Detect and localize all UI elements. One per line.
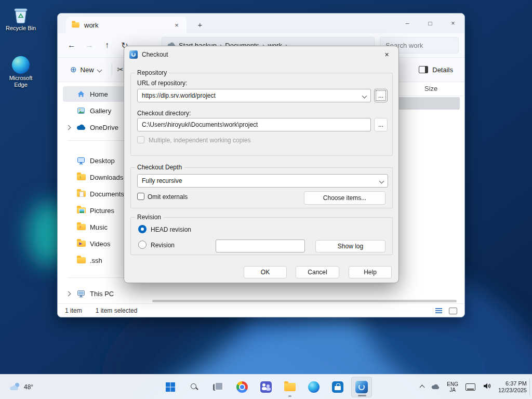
cancel-label: Cancel bbox=[308, 269, 327, 276]
ok-button[interactable]: OK bbox=[244, 266, 287, 278]
checkout-depth-group-label: Checkout Depth bbox=[135, 164, 184, 171]
language-primary: ENG bbox=[447, 381, 458, 387]
cut-icon[interactable]: ✂ bbox=[117, 65, 124, 74]
browse-url-button[interactable]: ... bbox=[374, 89, 388, 102]
dialog-close-button[interactable]: × bbox=[375, 46, 398, 62]
repository-url-value: https://dlp.srv.world/project bbox=[142, 92, 216, 99]
taskbar: 48° ENG JA 6:37 PM 12/23/2025 bbox=[0, 374, 532, 399]
language-indicator[interactable]: ENG JA bbox=[447, 381, 458, 393]
search-icon bbox=[190, 383, 198, 391]
checkout-depth-group: Checkout Depth Fully recursive Omit exte… bbox=[130, 167, 393, 208]
multiple-working-copies-checkbox bbox=[137, 136, 144, 143]
store-taskbar-button[interactable] bbox=[327, 377, 348, 397]
show-log-button[interactable]: Show log bbox=[315, 240, 385, 252]
folder-icon bbox=[72, 22, 79, 28]
tab-close-icon[interactable]: × bbox=[172, 21, 181, 29]
taskbar-clock[interactable]: 6:37 PM 12/23/2025 bbox=[498, 380, 527, 394]
revision-group: Revision HEAD revision Revision Show log bbox=[130, 217, 393, 255]
clock-date: 12/23/2025 bbox=[498, 387, 527, 394]
tab-title: work bbox=[84, 21, 98, 29]
item-count: 1 item bbox=[65, 307, 82, 314]
revision-number-input[interactable] bbox=[216, 240, 305, 252]
cancel-button[interactable]: Cancel bbox=[296, 266, 339, 278]
teams-taskbar-button[interactable] bbox=[256, 377, 276, 397]
weather-widget[interactable]: 48° bbox=[4, 380, 37, 395]
help-button[interactable]: Help bbox=[349, 266, 392, 278]
videos-folder-icon: ▶ bbox=[76, 241, 86, 247]
new-button-label: New bbox=[81, 66, 94, 74]
downloads-folder-icon: ↓ bbox=[76, 174, 86, 180]
list-view-button[interactable] bbox=[434, 307, 444, 315]
chevron-right-icon[interactable] bbox=[66, 291, 71, 297]
chevron-right-icon[interactable] bbox=[66, 125, 71, 130]
touch-keyboard-icon[interactable] bbox=[466, 383, 475, 391]
teams-icon bbox=[260, 381, 272, 393]
tab-bar: work × + – □ × bbox=[58, 14, 464, 33]
explorer-tab[interactable]: work × bbox=[66, 17, 187, 33]
recycle-bin-shortcut[interactable]: Recycle Bin bbox=[2, 6, 39, 32]
dialog-title-bar[interactable]: Checkout bbox=[124, 46, 398, 63]
edge-icon bbox=[2, 56, 39, 74]
new-button[interactable]: ⊕ New bbox=[65, 62, 107, 77]
task-view-button[interactable] bbox=[208, 377, 229, 397]
repository-url-combobox[interactable]: https://dlp.srv.world/project bbox=[137, 89, 371, 102]
maximize-button[interactable]: □ bbox=[419, 14, 442, 33]
selected-count: 1 item selected bbox=[96, 307, 138, 314]
show-log-label: Show log bbox=[338, 243, 363, 250]
revision-radio[interactable] bbox=[138, 241, 147, 249]
checkout-directory-input[interactable]: C:\Users\hiroyuki\Documents\work\project bbox=[137, 118, 371, 131]
revision-group-label: Revision bbox=[135, 214, 163, 221]
chevron-down-icon[interactable] bbox=[379, 178, 384, 183]
volume-icon[interactable] bbox=[483, 382, 491, 392]
new-tab-button[interactable]: + bbox=[194, 19, 206, 31]
choose-items-button[interactable]: Choose items... bbox=[304, 191, 385, 205]
task-view-icon bbox=[213, 382, 223, 392]
file-explorer-taskbar-button[interactable] bbox=[280, 377, 300, 397]
column-header-size[interactable]: Size bbox=[424, 85, 437, 92]
chevron-down-icon[interactable] bbox=[362, 93, 367, 98]
browse-directory-button[interactable]: ... bbox=[374, 118, 388, 131]
documents-folder-icon bbox=[76, 191, 86, 197]
folder-icon bbox=[76, 257, 86, 263]
plus-circle-icon: ⊕ bbox=[70, 65, 77, 74]
omit-externals-checkbox[interactable] bbox=[137, 193, 144, 200]
head-revision-radio[interactable] bbox=[138, 225, 147, 233]
url-of-repository-label: URL of repository: bbox=[137, 79, 187, 87]
tray-cloud-icon[interactable] bbox=[431, 382, 440, 392]
tortoisesvn-taskbar-button[interactable] bbox=[351, 377, 372, 397]
sidebar-item-this-pc[interactable]: This PC bbox=[63, 286, 145, 301]
chrome-taskbar-button[interactable] bbox=[232, 377, 252, 397]
clock-time: 6:37 PM bbox=[498, 380, 527, 387]
forward-button[interactable]: → bbox=[81, 41, 98, 50]
details-pane-button[interactable]: Details bbox=[415, 63, 457, 77]
details-label: Details bbox=[432, 66, 453, 74]
repository-group-label: Repository bbox=[135, 69, 169, 76]
minimize-button[interactable]: – bbox=[396, 14, 419, 33]
up-button[interactable]: ↑ bbox=[98, 41, 116, 50]
microsoft-edge-shortcut[interactable]: Microsoft Edge bbox=[2, 56, 39, 88]
weather-temp: 48° bbox=[24, 383, 33, 391]
taskbar-search-button[interactable] bbox=[184, 377, 205, 397]
close-button[interactable]: × bbox=[442, 14, 464, 33]
revision-label: Revision bbox=[151, 242, 175, 249]
tray-overflow-chevron-icon[interactable] bbox=[420, 384, 425, 390]
sidebar-item-label: Videos bbox=[90, 240, 111, 248]
onedrive-icon bbox=[76, 124, 86, 130]
edge-taskbar-button[interactable] bbox=[303, 377, 324, 397]
back-button[interactable]: ← bbox=[63, 41, 81, 50]
show-desktop-button[interactable] bbox=[529, 379, 532, 395]
tortoisesvn-icon bbox=[355, 381, 368, 393]
depth-selected-value: Fully recursive bbox=[142, 177, 182, 184]
details-view-button[interactable] bbox=[449, 308, 457, 314]
start-button[interactable] bbox=[160, 377, 181, 397]
horizontal-scrollbar[interactable] bbox=[152, 300, 457, 302]
window-controls: – □ × bbox=[396, 14, 464, 33]
weather-icon bbox=[8, 382, 21, 393]
desktop-icon-label: Recycle Bin bbox=[2, 25, 39, 32]
sidebar-item-label: .ssh bbox=[90, 257, 102, 264]
sidebar-item-label: Pictures bbox=[90, 207, 114, 215]
depth-dropdown[interactable]: Fully recursive bbox=[137, 174, 388, 188]
repository-group: Repository URL of repository: https://dl… bbox=[130, 73, 393, 156]
microsoft-store-icon bbox=[332, 381, 343, 393]
file-explorer-icon bbox=[284, 383, 296, 391]
